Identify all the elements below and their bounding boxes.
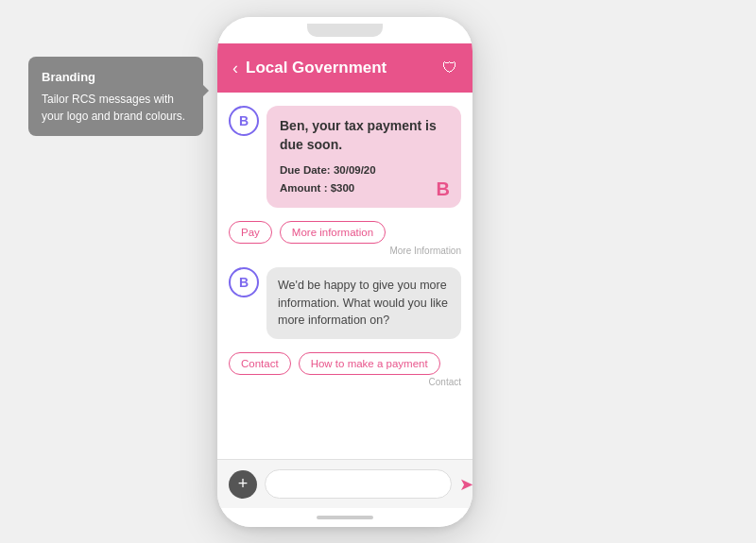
contact-button[interactable]: Contact: [229, 352, 291, 375]
brand-letter: B: [437, 178, 450, 200]
back-button[interactable]: ‹: [232, 59, 238, 78]
shield-icon: 🛡: [442, 59, 457, 76]
amount-value: : $300: [324, 182, 355, 194]
send-button[interactable]: ➤: [459, 474, 472, 495]
action-buttons-1: Pay More information: [229, 221, 461, 244]
tax-detail: Due Date: 30/09/20 Amount : $300: [280, 161, 448, 196]
amount-label: Amount: [280, 182, 320, 194]
avatar-b-info: B: [229, 267, 259, 297]
avatar-b-tax: B: [229, 106, 259, 136]
due-date-label: Due Date:: [280, 164, 331, 176]
header-title: Local Government: [246, 59, 435, 77]
tooltip-body: Tailor RCS messages with your logo and b…: [42, 91, 190, 125]
chat-area: B Ben, your tax payment is due soon. Due…: [217, 93, 472, 459]
info-bubble-wrap: We'd be happy to give you more informati…: [266, 267, 461, 339]
button-row-2: Contact How to make a payment Contact: [229, 350, 461, 387]
info-bubble: We'd be happy to give you more informati…: [266, 267, 461, 339]
branding-tooltip: Branding Tailor RCS messages with your l…: [28, 57, 203, 136]
tax-card-wrap: Ben, your tax payment is due soon. Due D…: [266, 106, 461, 208]
add-button[interactable]: +: [229, 470, 257, 499]
message-input[interactable]: [265, 469, 452, 499]
phone-bottom: [217, 508, 472, 527]
message-row-tax: B Ben, your tax payment is due soon. Due…: [229, 106, 461, 208]
tax-title: Ben, your tax payment is due soon.: [280, 117, 448, 154]
action-buttons-2: Contact How to make a payment: [229, 352, 461, 375]
phone-header: ‹ Local Government 🛡: [217, 43, 472, 93]
home-indicator: [317, 516, 373, 519]
how-to-pay-button[interactable]: How to make a payment: [299, 352, 440, 375]
send-icon: ➤: [459, 474, 472, 495]
scene: Branding Tailor RCS messages with your l…: [0, 0, 756, 543]
message-row-info: B We'd be happy to give you more informa…: [229, 267, 461, 339]
phone-shell: ‹ Local Government 🛡 B Ben, your tax pay…: [217, 17, 472, 527]
btn-label-1: More Information: [229, 246, 461, 256]
phone-notch-area: [217, 17, 472, 43]
input-bar: + ➤: [217, 459, 472, 508]
more-information-button[interactable]: More information: [280, 221, 386, 244]
button-row-1: Pay More information More Information: [229, 219, 461, 256]
due-date-value: 30/09/20: [334, 164, 376, 176]
tax-card: Ben, your tax payment is due soon. Due D…: [266, 106, 461, 208]
tooltip-title: Branding: [42, 68, 190, 87]
pay-button[interactable]: Pay: [229, 221, 272, 244]
btn-label-2: Contact: [229, 377, 461, 387]
notch: [307, 24, 383, 37]
